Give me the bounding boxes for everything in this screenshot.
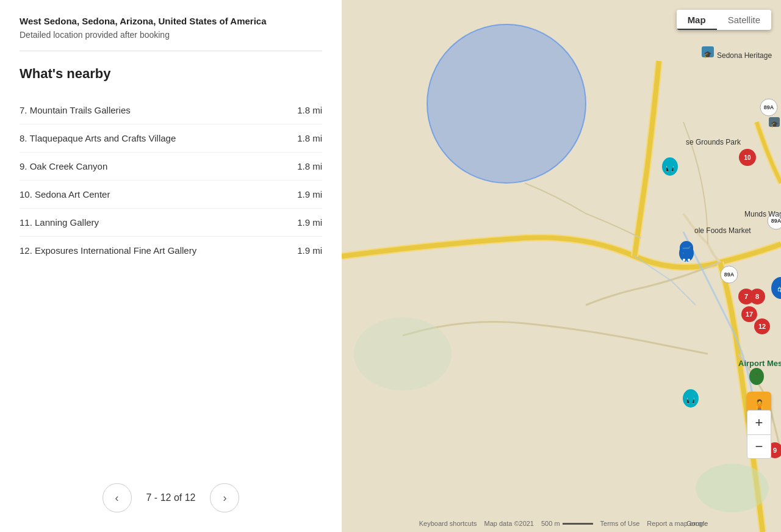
map-svg: 89A 89A 89A 179 10 Sedona Heritage 🎓 Sed… <box>342 0 781 532</box>
scale-bar: 500 m <box>541 520 593 527</box>
svg-text:se Grounds Park: se Grounds Park <box>686 138 741 146</box>
svg-text:Munds Wagon: Munds Wagon <box>744 210 781 218</box>
scale-line <box>563 523 593 525</box>
svg-text:Airport Mesa: Airport Mesa <box>738 359 781 368</box>
svg-text:12: 12 <box>758 323 766 330</box>
nearby-item-name: 7. Mountain Trails Galleries <box>20 105 131 115</box>
svg-text:Sedona Heritage: Sedona Heritage <box>717 51 772 60</box>
nearby-item-distance: 1.8 mi <box>297 161 322 171</box>
map-footer: Keyboard shortcuts Map data ©2021 500 m … <box>342 520 781 527</box>
location-info: West Sedona, Sedona, Arizona, United Sta… <box>20 15 322 51</box>
nearby-item-distance: 1.8 mi <box>297 133 322 143</box>
nearby-item-name: 11. Lanning Gallery <box>20 217 99 228</box>
prev-page-button[interactable]: ‹ <box>103 483 132 512</box>
nearby-item-name: 9. Oak Creek Canyon <box>20 161 107 171</box>
map-data-label: Map data ©2021 <box>484 520 534 527</box>
svg-text:17: 17 <box>746 311 753 318</box>
list-item: 11. Lanning Gallery 1.9 mi <box>20 209 322 237</box>
report-error-link[interactable]: Report a map error <box>647 520 704 527</box>
svg-point-24 <box>688 259 690 261</box>
nearby-item-name: 12. Exposures International Fine Art Gal… <box>20 245 196 256</box>
next-page-button[interactable]: › <box>210 483 239 512</box>
nearby-item-name: 10. Sedona Art Center <box>20 189 110 200</box>
zoom-in-button[interactable]: + <box>747 410 771 434</box>
map-container[interactable]: 89A 89A 89A 179 10 Sedona Heritage 🎓 Sed… <box>342 0 781 532</box>
svg-text:89A: 89A <box>764 104 774 110</box>
svg-point-23 <box>683 259 685 261</box>
svg-text:9: 9 <box>773 447 777 454</box>
svg-point-1 <box>696 464 769 512</box>
svg-text:🎓: 🎓 <box>704 50 712 59</box>
svg-text:10: 10 <box>744 154 751 161</box>
list-item: 10. Sedona Art Center 1.9 mi <box>20 181 322 209</box>
svg-text:89A: 89A <box>771 218 781 224</box>
list-item: 8. Tlaquepaque Arts and Crafts Village 1… <box>20 124 322 153</box>
nearby-item-distance: 1.9 mi <box>297 217 322 228</box>
map-view-button[interactable]: Map <box>677 10 717 30</box>
svg-text:🛍: 🛍 <box>777 285 782 294</box>
divider <box>20 51 322 51</box>
nearby-item-distance: 1.9 mi <box>297 189 322 200</box>
nearby-item-distance: 1.8 mi <box>297 105 322 115</box>
keyboard-shortcuts-link[interactable]: Keyboard shortcuts <box>419 520 477 527</box>
list-item: 7. Mountain Trails Galleries 1.8 mi <box>20 96 322 124</box>
list-item: 12. Exposures International Fine Art Gal… <box>20 237 322 264</box>
map-toggle: Map Satellite <box>677 10 771 30</box>
left-panel: West Sedona, Sedona, Arizona, United Sta… <box>0 0 342 532</box>
svg-text:7: 7 <box>744 293 748 300</box>
terms-of-use-link[interactable]: Terms of Use <box>600 520 640 527</box>
nearby-title: What's nearby <box>20 66 322 82</box>
svg-text:ole Foods Market: ole Foods Market <box>694 226 751 235</box>
map-panel: 89A 89A 89A 179 10 Sedona Heritage 🎓 Sed… <box>342 0 781 532</box>
nearby-item-distance: 1.9 mi <box>297 245 322 256</box>
zoom-out-button[interactable]: − <box>747 434 771 459</box>
satellite-view-button[interactable]: Satellite <box>717 10 771 30</box>
map-zoom-controls: + − <box>747 410 771 459</box>
svg-point-2 <box>354 317 452 390</box>
pagination-label: 7 - 12 of 12 <box>146 492 196 503</box>
svg-text:89A: 89A <box>724 271 735 278</box>
location-title: West Sedona, Sedona, Arizona, United Sta… <box>20 15 322 27</box>
location-circle <box>427 24 586 183</box>
nearby-item-name: 8. Tlaquepaque Arts and Crafts Village <box>20 133 176 143</box>
svg-text:8: 8 <box>755 293 759 300</box>
svg-text:🎓: 🎓 <box>771 120 779 128</box>
location-subtitle: Detailed location provided after booking <box>20 30 322 40</box>
list-item: 9. Oak Creek Canyon 1.8 mi <box>20 153 322 181</box>
scale-label: 500 m <box>541 520 560 527</box>
pagination: ‹ 7 - 12 of 12 › <box>20 483 322 517</box>
nearby-list: 7. Mountain Trails Galleries 1.8 mi 8. T… <box>20 96 322 464</box>
